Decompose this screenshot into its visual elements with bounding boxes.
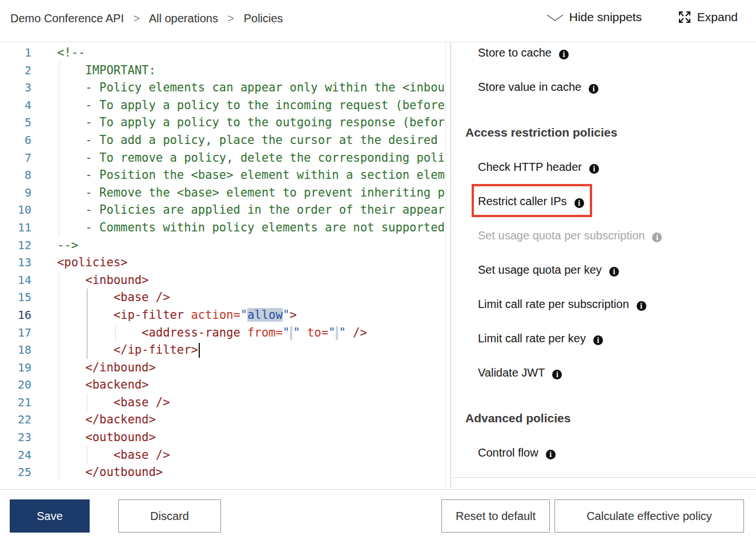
code-line[interactable]: 19 </inbound> <box>0 359 445 377</box>
line-number: 1 <box>0 44 31 62</box>
info-icon[interactable]: i <box>574 198 584 208</box>
code-line[interactable]: 17 <address-range from="" to="" /> <box>0 324 445 342</box>
info-icon[interactable]: i <box>652 233 662 242</box>
snippet-item[interactable]: Store value in cachei <box>478 78 598 95</box>
snippet-item[interactable]: Set usage quota per keyi <box>478 261 619 278</box>
indent-guide <box>115 324 116 342</box>
snippet-item[interactable]: Restrict caller IPsi <box>478 193 584 210</box>
snippet-label: Limit call rate per key <box>478 332 586 345</box>
info-icon[interactable]: i <box>552 370 562 379</box>
hide-snippets-button[interactable]: Hide snippets <box>546 10 642 24</box>
indent-guide <box>59 114 59 131</box>
snippet-item[interactable]: Set usage quota per subscriptioni <box>478 227 662 244</box>
indent-guide <box>59 289 59 306</box>
code-line[interactable]: 1<!-- <box>0 44 445 62</box>
line-number: 10 <box>0 201 31 219</box>
expand-button[interactable]: Expand <box>678 10 738 24</box>
snippet-label: Set usage quota per key <box>478 263 602 276</box>
breadcrumb-item-operations[interactable]: All operations <box>149 12 218 25</box>
breadcrumb-item-policies[interactable]: Policies <box>244 12 283 25</box>
code-line[interactable]: 6 - To add a policy, place the cursor at… <box>0 131 445 149</box>
code-line[interactable]: 11 - Comments within policy elements are… <box>0 219 445 237</box>
code-line-content: <inbound> <box>31 273 148 287</box>
code-line[interactable]: 20 <backend> <box>0 376 445 394</box>
breadcrumb-item-api[interactable]: Demo Conference API <box>10 12 124 25</box>
indent-guide <box>59 149 59 167</box>
code-line[interactable]: 13<policies> <box>0 254 445 271</box>
code-line[interactable]: 14 <inbound> <box>0 271 445 289</box>
info-icon[interactable]: i <box>559 50 569 59</box>
line-number: 4 <box>0 97 31 114</box>
snippet-item[interactable]: Limit call rate per subscriptioni <box>478 295 646 313</box>
snippet-item[interactable]: Store to cachei <box>478 44 569 61</box>
breadcrumb-separator: > <box>227 12 234 25</box>
code-line[interactable]: 8 - Position the <base> element within a… <box>0 166 445 184</box>
snippet-item[interactable]: Validate JWTi <box>478 364 562 381</box>
indent-guide <box>59 394 59 411</box>
indent-guide <box>87 306 87 324</box>
code-line[interactable]: 22 </backend> <box>0 411 445 429</box>
code-line-content: <backend> <box>31 378 148 391</box>
code-line-content: <ip-filter action="allow"> <box>31 308 297 322</box>
snippet-item[interactable]: Control flowi <box>478 444 556 461</box>
header-bar: Demo Conference API > All operations > P… <box>0 0 756 42</box>
code-editor[interactable]: 1<!--2 IMPORTANT:3 - Policy elements can… <box>0 42 445 489</box>
line-number: 2 <box>0 62 31 79</box>
indent-guide <box>59 463 59 481</box>
footer-bar: Save Discard Reset to default Calculate … <box>0 489 756 536</box>
code-line-content: </inbound> <box>31 361 156 374</box>
code-line[interactable]: 7 - To remove a policy, delete the corre… <box>0 149 445 167</box>
code-line[interactable]: 23 <outbound> <box>0 429 445 446</box>
code-line-content: - Remove the <base> element to prevent i… <box>31 186 445 199</box>
code-line-content: - Comments within policy elements are no… <box>31 221 445 234</box>
reset-to-default-button[interactable]: Reset to default <box>441 499 550 533</box>
indent-guide <box>59 429 59 446</box>
code-line[interactable]: 12--> <box>0 237 445 254</box>
code-line[interactable]: 9 - Remove the <base> element to prevent… <box>0 184 445 202</box>
hide-snippets-label: Hide snippets <box>569 10 642 24</box>
line-number: 20 <box>0 376 31 394</box>
code-line[interactable]: 24 <base /> <box>0 446 445 464</box>
code-line[interactable]: 15 <base /> <box>0 289 445 306</box>
code-line[interactable]: 25 </outbound> <box>0 463 445 481</box>
indent-guide <box>59 324 59 342</box>
discard-button[interactable]: Discard <box>118 499 221 533</box>
snippets-panel: Store to cacheiStore value in cacheiAcce… <box>452 42 756 478</box>
indent-guide <box>59 166 59 184</box>
code-line-content: <base /> <box>31 448 170 462</box>
indent-guide <box>59 97 59 114</box>
line-number: 24 <box>0 446 31 464</box>
snippet-placeholder <box>290 326 292 340</box>
line-number: 9 <box>0 184 31 202</box>
calculate-effective-policy-button[interactable]: Calculate effective policy <box>554 499 744 533</box>
snippet-label: Check HTTP header <box>478 161 582 173</box>
code-line[interactable]: 16 <ip-filter action="allow"> <box>0 306 445 324</box>
code-line[interactable]: 3 - Policy elements can appear only with… <box>0 79 445 97</box>
info-icon[interactable]: i <box>589 164 599 174</box>
code-line-content: --> <box>31 238 78 252</box>
code-line[interactable]: 2 IMPORTANT: <box>0 62 445 79</box>
snippet-item[interactable]: Limit call rate per keyi <box>478 330 603 347</box>
breadcrumb: Demo Conference API > All operations > P… <box>10 12 283 25</box>
indent-guide <box>59 271 59 289</box>
info-icon[interactable]: i <box>546 450 556 459</box>
info-icon[interactable]: i <box>593 335 603 345</box>
code-line[interactable]: 21 <base /> <box>0 394 445 411</box>
save-button[interactable]: Save <box>10 499 90 533</box>
info-icon[interactable]: i <box>609 267 619 277</box>
code-line[interactable]: 4 - To apply a policy to the incoming re… <box>0 97 445 114</box>
code-line[interactable]: 5 - To apply a policy to the outgoing re… <box>0 114 445 131</box>
snippet-label: Advanced policies <box>465 411 570 425</box>
snippet-item[interactable]: Check HTTP headeri <box>478 158 599 175</box>
text-cursor <box>199 343 200 358</box>
info-icon[interactable]: i <box>589 84 598 94</box>
code-line[interactable]: 18 </ip-filter> <box>0 341 445 359</box>
indent-guide <box>87 341 87 359</box>
snippet-label: Store value in cache <box>478 81 581 93</box>
info-icon[interactable]: i <box>637 301 646 311</box>
code-line-content: - Position the <base> element within a s… <box>31 168 445 182</box>
code-line[interactable]: 10 - Policies are applied in the order o… <box>0 201 445 219</box>
expand-label: Expand <box>697 10 738 24</box>
indent-guide <box>59 201 59 219</box>
indent-guide <box>59 219 59 237</box>
